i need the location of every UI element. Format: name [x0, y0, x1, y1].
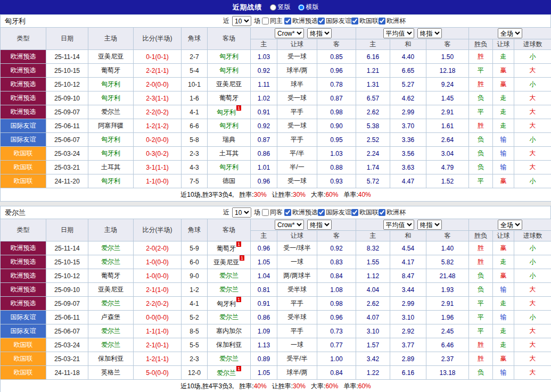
- match-date: 25-10-15: [46, 64, 88, 78]
- away-team-text: 爱尔兰: [219, 272, 239, 279]
- competition-checkbox[interactable]: 欧洲杯: [379, 208, 406, 217]
- away-team: 爱尔兰: [208, 283, 251, 297]
- competition-checkbox-input[interactable]: [318, 209, 325, 216]
- summary-stat-label: 让胜率:: [272, 382, 293, 390]
- handicap-result: 赢: [493, 78, 514, 91]
- same-venue-checkbox-input[interactable]: [262, 18, 269, 24]
- competition-checkbox-input[interactable]: [284, 18, 291, 24]
- competition-checkbox[interactable]: 国际友谊: [318, 208, 351, 217]
- same-venue-checkbox[interactable]: 同主: [262, 16, 283, 26]
- avg-away-odds: 1.50: [426, 50, 469, 64]
- match-row: 国际友谊25-06-07爱尔兰1-1(1-0)8-5塞内加尔1.09平手0.73…: [1, 324, 551, 338]
- score-halftime: 1-2(1-2): [134, 119, 182, 133]
- home-team-text: 匈牙利: [101, 177, 120, 185]
- match-filters: 近 10 场 同主 欧洲预选国际友谊欧国联欧洲杯: [223, 16, 406, 26]
- goals-result: 大: [514, 338, 551, 352]
- score-halftime: 1-0(0-0): [134, 269, 182, 283]
- goals-result: 大: [514, 297, 551, 311]
- layout-radio-horizontal-input[interactable]: [298, 4, 305, 11]
- away-odds: 0.98: [317, 297, 356, 311]
- handicap-line: 半/一: [277, 161, 317, 174]
- layout-radio-vertical-input[interactable]: [270, 4, 276, 11]
- away-odds: 0.96: [317, 311, 356, 324]
- competition-checkbox[interactable]: 欧国联: [351, 16, 379, 26]
- home-odds: 0.91: [251, 297, 277, 311]
- competition-checkbox[interactable]: 国际友谊: [318, 16, 351, 26]
- bookmaker-select[interactable]: Crow*: [275, 220, 304, 230]
- home-team-text: 爱尔兰: [101, 327, 120, 335]
- away-odds: 1.03: [317, 147, 356, 161]
- summary-stat-value: 40%: [358, 191, 371, 198]
- avg-away-odds: 3.04: [426, 147, 469, 161]
- column-header: 角球: [182, 219, 208, 241]
- handicap-line: 受一球: [277, 119, 317, 133]
- avg-away-odds: 2.37: [426, 352, 469, 366]
- competition-checkbox-input[interactable]: [318, 18, 325, 24]
- odds-controls-cell: 平均值终指: [356, 219, 469, 231]
- competition-type-badge: 欧洲预选: [1, 255, 46, 269]
- home-odds: 1.09: [251, 324, 277, 338]
- goals-result: 小: [514, 174, 551, 188]
- handicap-result: 走: [493, 297, 514, 311]
- away-team-text: 匈牙利: [219, 163, 239, 171]
- layout-radio-vertical[interactable]: 竖版: [270, 3, 291, 12]
- competition-filters: 欧洲预选国际友谊欧国联欧洲杯: [284, 16, 406, 26]
- final-odds-select-2[interactable]: 终指: [417, 28, 442, 38]
- bookmaker-select[interactable]: Crow*: [275, 28, 304, 38]
- competition-checkbox[interactable]: 欧洲预选: [284, 208, 318, 217]
- home-team-text: 爱尔兰: [101, 341, 120, 348]
- average-select[interactable]: 平均值: [383, 220, 414, 230]
- results-table: 类型日期主场比分(半场)角球客场Crow*终指平均值终指全场主让球客主和客胜负让…: [0, 219, 551, 392]
- layout-radio-horizontal-label: 横版: [306, 3, 319, 12]
- away-team: 爱尔兰: [208, 311, 251, 324]
- home-team: 爱尔兰: [88, 297, 134, 311]
- column-header: 胜负: [469, 231, 493, 241]
- home-team-text: 土耳其: [101, 163, 120, 171]
- competition-checkbox[interactable]: 欧洲预选: [284, 16, 318, 26]
- odds-controls-cell: 全场: [469, 219, 551, 231]
- avg-home-odds: 1.21: [356, 64, 390, 78]
- final-odds-select-1[interactable]: 终指: [307, 220, 332, 230]
- away-odds: 1.08: [317, 283, 356, 297]
- corner-score: 4-1: [182, 105, 208, 119]
- odds-controls-cell: Crow*终指: [251, 219, 356, 231]
- handicap-result: 赢: [493, 64, 514, 78]
- competition-checkbox[interactable]: 欧国联: [351, 208, 379, 217]
- same-venue-checkbox-input[interactable]: [262, 209, 269, 216]
- handicap-line: 受半球: [277, 283, 317, 297]
- match-row: 欧国联24-11-18英格兰5-0(0-0)12-0爱尔兰11.05球半/两0.…: [1, 366, 551, 380]
- avg-away-odds: 1.45: [426, 91, 469, 105]
- scope-select[interactable]: 全场: [498, 220, 522, 230]
- summary-row: 近10场,胜3平3负4,胜率:30%让胜率:30%大率:60%单率:40%: [1, 188, 551, 202]
- competition-checkbox-input[interactable]: [379, 209, 385, 216]
- competition-checkbox-input[interactable]: [284, 209, 291, 216]
- competition-checkbox[interactable]: 欧洲杯: [379, 16, 406, 26]
- competition-checkbox-input[interactable]: [379, 18, 385, 24]
- away-odds: 1.00: [317, 352, 356, 366]
- avg-home-odds: 2.24: [356, 147, 390, 161]
- corner-score: 6-0: [182, 255, 208, 269]
- avg-draw-odds: 4.17: [390, 255, 426, 269]
- avg-away-odds: 1.61: [426, 119, 469, 133]
- final-odds-select-2[interactable]: 终指: [417, 220, 442, 230]
- competition-checkbox-input[interactable]: [351, 209, 358, 216]
- home-team: 爱尔兰: [88, 255, 134, 269]
- home-team-text: 爱尔兰: [101, 258, 120, 265]
- match-result: 胜: [469, 78, 493, 91]
- scope-select[interactable]: 全场: [498, 28, 522, 38]
- competition-checkbox-input[interactable]: [351, 18, 358, 24]
- match-count-select[interactable]: 10: [232, 207, 251, 218]
- away-odds: 0.87: [317, 91, 356, 105]
- column-header: 让球: [277, 231, 317, 241]
- avg-home-odds: 5.72: [356, 174, 390, 188]
- home-odds: 0.81: [251, 283, 277, 297]
- score-halftime: 2-2(0-2): [134, 297, 182, 311]
- same-venue-checkbox[interactable]: 同客: [262, 208, 283, 217]
- match-count-select[interactable]: 10: [232, 16, 251, 26]
- topbar: 近期战绩 竖版 横版: [0, 0, 551, 14]
- avg-draw-odds: 2.99: [390, 105, 426, 119]
- average-select[interactable]: 平均值: [383, 28, 414, 38]
- final-odds-select-1[interactable]: 终指: [307, 28, 332, 38]
- layout-radio-horizontal[interactable]: 横版: [298, 3, 319, 12]
- home-team-text: 爱尔兰: [101, 244, 120, 252]
